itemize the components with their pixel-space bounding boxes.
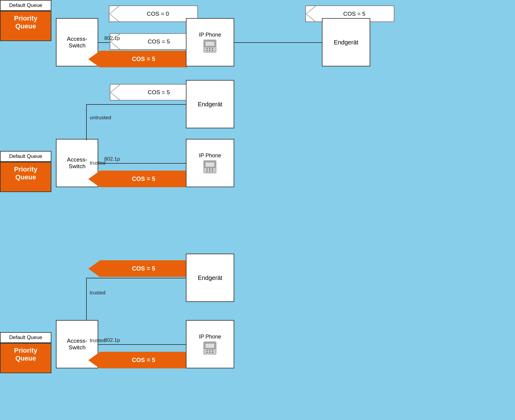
ip-phone-icon-2 [203, 160, 217, 174]
svg-point-26 [212, 352, 213, 353]
line-h-2c [86, 104, 186, 105]
priority-queue-2: Priority Queue [0, 162, 51, 192]
default-queue-3: Default Queue [0, 332, 51, 343]
cos0-label-1: COS = 0 [147, 11, 169, 17]
cos5-orange-label-2: COS = 5 [132, 175, 155, 182]
cos5-label-1: COS = 5 [148, 38, 170, 45]
queue-stack-3: Default Queue Priority Queue [0, 332, 51, 373]
trusted-label-3a: trusted [90, 290, 105, 296]
trusted-label-3b: trusted [90, 338, 105, 344]
cos5-orange-arrow-2: COS = 5 [100, 171, 187, 187]
svg-point-17 [212, 171, 213, 172]
svg-point-15 [206, 171, 208, 172]
line-label-2: 802.1p [104, 156, 120, 162]
ip-phone-box-2: IP Phone [186, 139, 234, 187]
priority-queue-3: Priority Queue [0, 343, 51, 373]
line-h-3c [86, 278, 186, 278]
svg-point-12 [206, 168, 208, 170]
cos5-orange-arrow-1: COS = 5 [100, 51, 187, 67]
svg-point-24 [206, 352, 208, 353]
line-label-3: 802.1p [104, 337, 120, 343]
svg-rect-2 [206, 42, 214, 46]
untrusted-label-2: untrusted [90, 115, 111, 121]
svg-point-23 [212, 350, 213, 351]
svg-point-6 [206, 50, 208, 51]
cos5-label-2top: COS = 5 [148, 89, 170, 96]
svg-point-8 [212, 50, 213, 51]
cos5-orange-label-3top: COS = 5 [132, 265, 155, 272]
ip-phone-icon-1 [203, 39, 217, 53]
ip-phone-icon-3 [203, 341, 217, 355]
cos5-orange-arrow-3top: COS = 5 [100, 260, 187, 277]
endgeraet-1: Endgerät [322, 18, 370, 66]
line-h-3 [98, 344, 186, 345]
svg-point-5 [212, 48, 213, 49]
cos5-arrow-2top: COS = 5 [110, 84, 199, 101]
queue-stack-2: Default Queue Priority Queue [0, 151, 51, 192]
cos5-orange-arrow-3bot: COS = 5 [100, 352, 187, 368]
svg-point-25 [209, 352, 210, 353]
svg-point-16 [209, 171, 210, 172]
svg-point-22 [209, 350, 210, 351]
cos5-label-1b: COS = 5 [343, 11, 365, 17]
ip-phone-label-2: IP Phone [199, 152, 221, 159]
line-label-1: 802.1p [104, 35, 120, 41]
svg-point-3 [206, 48, 208, 49]
cos5-orange-label-1: COS = 5 [132, 56, 155, 63]
default-queue-2: Default Queue [0, 151, 51, 162]
svg-rect-11 [206, 162, 214, 167]
svg-rect-20 [206, 344, 214, 348]
svg-point-4 [209, 48, 210, 49]
cos5-arrow-1: COS = 5 [110, 33, 199, 50]
diagram-container: Default Queue Priority Queue Access-Swit… [0, 0, 515, 420]
line-h-2 [98, 163, 186, 164]
ip-phone-label-3: IP Phone [199, 334, 221, 340]
ip-phone-box-3: IP Phone [186, 320, 234, 368]
ip-phone-label-1: IP Phone [199, 32, 221, 38]
svg-point-14 [212, 168, 213, 170]
endgeraet-3top: Endgerät [186, 254, 234, 302]
cos5-orange-label-3bot: COS = 5 [132, 357, 155, 364]
svg-point-21 [206, 350, 208, 351]
line-h-1b [234, 42, 322, 43]
cos0-arrow-1: COS = 0 [109, 5, 198, 22]
default-queue-1: Default Queue [0, 0, 51, 11]
svg-point-13 [209, 168, 210, 170]
line-v-2b [86, 104, 87, 140]
svg-point-7 [209, 50, 210, 51]
ip-phone-box-1: IP Phone [186, 18, 234, 66]
endgeraet-2top: Endgerät [186, 80, 234, 128]
priority-queue-1: Priority Queue [0, 11, 51, 41]
queue-stack-1: Default Queue Priority Queue [0, 0, 51, 41]
